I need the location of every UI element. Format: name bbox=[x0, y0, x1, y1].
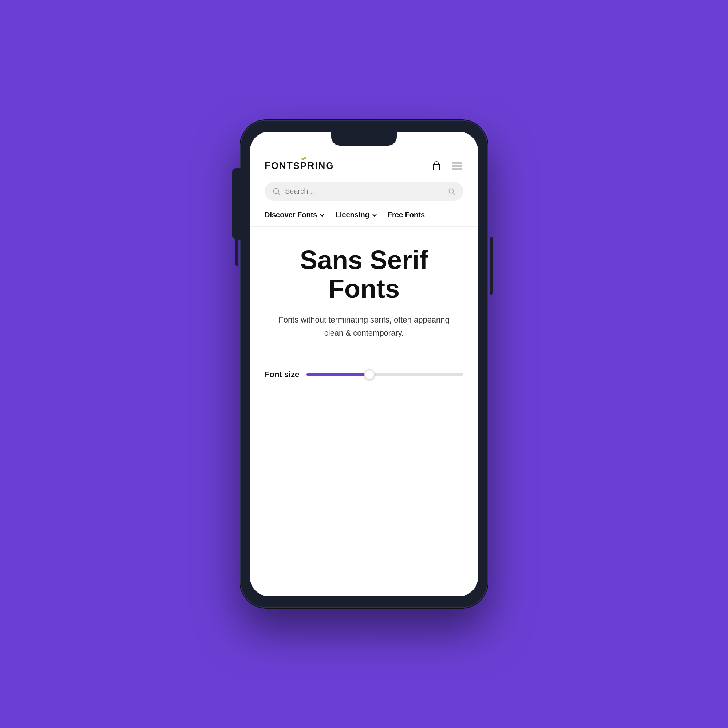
hero-description: Fonts without terminating serifs, often … bbox=[277, 314, 451, 339]
nav-item-free-fonts[interactable]: Free Fonts bbox=[388, 211, 425, 219]
search-icon-left bbox=[273, 187, 281, 196]
notch bbox=[331, 132, 397, 145]
menu-icon bbox=[451, 159, 463, 172]
header-icons bbox=[431, 159, 463, 172]
font-size-label: Font size bbox=[265, 370, 299, 379]
nav-label-discover-fonts: Discover Fonts bbox=[265, 211, 317, 219]
font-size-section: Font size bbox=[250, 351, 478, 379]
menu-button[interactable] bbox=[451, 159, 463, 172]
header: FONTSP🌱RING bbox=[250, 151, 478, 179]
svg-line-7 bbox=[453, 193, 455, 194]
chevron-down-icon-discover bbox=[319, 212, 325, 218]
logo: FONTSP🌱RING bbox=[265, 160, 334, 171]
cart-button[interactable] bbox=[431, 160, 442, 171]
phone-screen: FONTSP🌱RING bbox=[250, 132, 478, 596]
svg-rect-0 bbox=[433, 164, 440, 170]
nav-item-discover-fonts[interactable]: Discover Fonts bbox=[265, 211, 335, 219]
phone-frame: FONTSP🌱RING bbox=[240, 120, 488, 608]
nav-label-licensing: Licensing bbox=[335, 211, 369, 219]
search-bar[interactable] bbox=[265, 182, 463, 200]
font-size-slider[interactable] bbox=[306, 373, 463, 376]
hero-section: Sans Serif Fonts Fonts without terminati… bbox=[250, 227, 478, 351]
nav-item-licensing[interactable]: Licensing bbox=[335, 211, 387, 219]
svg-line-5 bbox=[278, 193, 280, 195]
cart-icon bbox=[431, 160, 442, 171]
search-icon-right bbox=[448, 188, 455, 195]
hero-title: Sans Serif Fonts bbox=[265, 246, 463, 303]
slider-track-fill bbox=[306, 373, 369, 376]
search-input[interactable] bbox=[285, 187, 444, 196]
logo-text: FONTSP🌱RING bbox=[265, 160, 334, 171]
nav: Discover Fonts Licensing Free Fonts bbox=[250, 208, 478, 227]
chevron-down-icon-licensing bbox=[372, 212, 378, 218]
slider-thumb[interactable] bbox=[364, 369, 375, 380]
search-container bbox=[250, 179, 478, 208]
screen-content: FONTSP🌱RING bbox=[250, 132, 478, 596]
nav-label-free-fonts: Free Fonts bbox=[388, 211, 425, 219]
